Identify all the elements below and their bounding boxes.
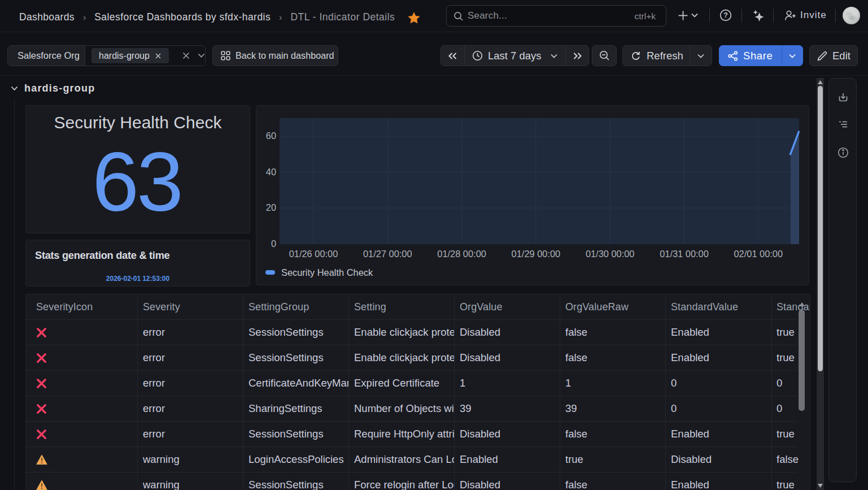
svg-text:01/28 00:00: 01/28 00:00 [437,249,486,259]
svg-text:0: 0 [271,239,276,249]
svg-text:20: 20 [266,202,276,213]
svg-text:02/01 00:00: 02/01 00:00 [734,249,783,259]
svg-text:01/30 00:00: 01/30 00:00 [586,249,635,259]
svg-text:?: ? [723,11,728,19]
svg-text:01/31 00:00: 01/31 00:00 [660,249,709,259]
svg-text:60: 60 [266,131,276,141]
svg-text:40: 40 [266,167,276,177]
svg-text:01/27 00:00: 01/27 00:00 [363,249,412,259]
svg-text:Security Health Check: Security Health Check [281,267,373,277]
svg-text:01/29 00:00: 01/29 00:00 [512,249,561,259]
svg-text:01/26 00:00: 01/26 00:00 [289,249,338,259]
